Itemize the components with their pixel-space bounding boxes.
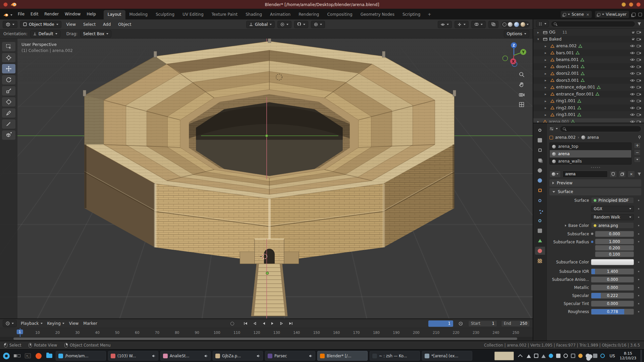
snapping-toggle[interactable] [294,21,308,28]
outliner-row[interactable]: ▸ entrance_edge.001 [533,84,644,91]
timeline-editor-type-button[interactable] [3,320,17,327]
shading-rendered-icon[interactable] [521,22,525,27]
untitled-window-button[interactable] [494,352,514,360]
disable-in-renders-icon[interactable] [637,106,641,110]
pager-icon[interactable] [13,352,21,360]
decorator-dot[interactable] [636,217,641,218]
workspace-tab[interactable]: Shading [241,10,266,19]
window-menu-button[interactable] [3,2,8,7]
decorator-dot[interactable] [636,271,641,272]
audio-indicator-icon[interactable] [152,354,156,358]
decorator-dot[interactable] [636,239,641,242]
workspace-tab[interactable]: Rendering [294,10,323,19]
unlink-scene-icon[interactable]: × [586,12,589,17]
tray-icon[interactable] [600,354,605,358]
disclosure-caret[interactable]: ▸ [545,72,549,75]
timeline-menu-item[interactable]: Keying [47,321,64,326]
pivot-point-selector[interactable] [277,21,291,28]
disable-in-renders-icon[interactable] [637,44,641,48]
decorator-dot[interactable] [636,233,641,235]
close-button[interactable] [636,2,641,7]
property-slider[interactable]: 0.000 [591,301,634,307]
disable-in-renders-icon[interactable] [637,99,641,103]
disclosure-caret[interactable]: ▸ [545,92,549,96]
taskbar-task[interactable]: (103) W... [108,351,158,361]
menubar-item[interactable]: Edit [28,11,41,17]
breadcrumb-object[interactable]: arena.002 [555,135,576,140]
clock[interactable]: 8:15 12/10/23 [620,351,636,361]
taskbar-task[interactable]: ~ : zsh — Ko... [370,351,420,361]
disable-in-renders-icon[interactable] [637,72,641,75]
play-button[interactable] [269,320,277,326]
auto-keying-toggle[interactable] [230,322,234,325]
properties-tab[interactable] [535,186,545,194]
outliner-row[interactable]: ▸ doors2.001 [533,70,644,77]
disclosure-caret[interactable]: ▸ [537,31,541,34]
outliner-row[interactable]: ▸ bars.001 [533,50,644,57]
hide-in-viewport-icon[interactable] [630,79,635,82]
decorator-dot[interactable] [636,311,641,312]
hide-in-viewport-icon[interactable] [630,51,635,55]
workspace-tab[interactable]: UV Editing [178,10,208,19]
tool-move[interactable] [2,64,15,73]
jump-to-end-button[interactable] [287,320,295,326]
outliner-filter-icon[interactable] [637,22,641,26]
base-color-texture-button[interactable]: arena.png [591,222,634,229]
tray-icon[interactable] [527,354,531,358]
outliner-row[interactable]: ▸ beams.001 [533,56,644,63]
taskbar-task[interactable]: GjbZa.p... [213,351,263,361]
viewport-menu-item[interactable]: Select [81,21,98,28]
outliner-row[interactable]: ▸ doors1.001 [533,63,644,70]
material-slot[interactable]: arena [550,150,631,158]
disclosure-caret[interactable]: ▸ [545,58,549,62]
navigation-gizmo[interactable]: Z Y X [500,41,528,70]
browse-material-button[interactable] [549,171,561,178]
collection-checkbox[interactable] [631,37,635,41]
previous-keyframe-button[interactable] [251,320,259,326]
disclosure-caret[interactable]: ▸ [545,78,549,82]
workspace-tab[interactable]: Scripting [398,10,424,19]
disclosure-caret[interactable]: ▸ [545,99,549,103]
hide-in-viewport-icon[interactable] [630,113,635,116]
properties-tab[interactable] [535,156,545,164]
timeline-scrollbar[interactable] [0,337,533,341]
remove-slot-button[interactable]: − [634,149,641,156]
workspace-tab[interactable]: Sculpting [152,10,178,19]
use-preview-range-icon[interactable] [459,321,463,326]
maximize-button[interactable] [629,2,633,7]
hide-in-viewport-icon[interactable] [630,85,635,89]
outliner-row[interactable]: ▸ OG 11 [533,29,644,36]
remove-viewlayer-icon[interactable] [638,13,642,16]
decorator-dot[interactable] [636,225,641,226]
tool-rotate[interactable] [2,75,15,84]
outliner-row[interactable]: ▸ doors3.001 [533,77,644,84]
tray-icon[interactable] [578,354,583,358]
workspace-tab[interactable]: Animation [266,10,294,19]
menubar-item[interactable]: Render [41,11,62,17]
editor-type-button[interactable] [3,21,17,28]
property-slider[interactable]: 0.000 [591,277,634,283]
unlink-material-button[interactable]: × [628,171,635,178]
properties-editor-type-icon[interactable] [549,127,554,131]
hide-in-viewport-icon[interactable] [630,44,635,48]
taskbar-task[interactable]: /home/am... [56,351,106,361]
taskbar-task[interactable]: Blender* [/... [317,351,368,361]
minimize-button[interactable] [622,2,626,7]
outliner-row[interactable]: ▸ ring2.001 [533,105,644,112]
tray-icon[interactable] [586,354,590,358]
options-dropdown[interactable]: Options [504,30,529,38]
shading-options-chevron[interactable] [527,24,529,25]
drag-setting-dropdown[interactable]: Select Box [80,30,111,38]
current-frame-field[interactable]: 1 [428,320,453,327]
decorator-dot[interactable] [636,303,641,304]
material-slot[interactable]: arena_walls [550,158,631,165]
shader-selector[interactable]: Principled BSDF [591,197,634,203]
tool-select-box[interactable] [2,42,15,51]
subsurface-slider[interactable]: 0.000 [595,231,634,237]
play-reverse-button[interactable] [260,320,268,326]
blender-menu-button[interactable] [3,13,15,19]
radius-value-field[interactable]: 1.000 [595,239,634,244]
decorator-dot[interactable] [636,208,641,209]
tray-icon[interactable] [556,354,560,358]
properties-tab[interactable] [535,176,545,184]
